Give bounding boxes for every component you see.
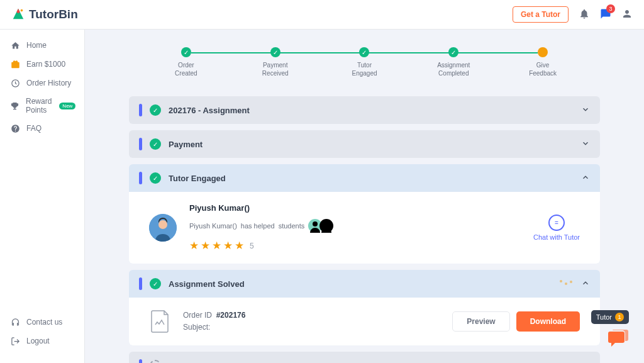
section-body: Piyush Kumar() Piyush Kumar() has helped… — [129, 192, 600, 264]
file-icon — [149, 309, 172, 334]
download-button[interactable]: Download — [516, 311, 580, 332]
step-payment-received: ✓ PaymentReceived — [231, 47, 320, 77]
bell-icon[interactable] — [579, 8, 590, 21]
section-marker — [139, 138, 142, 150]
section-header[interactable]: ✓ 202176 - Assignment — [129, 96, 600, 124]
brand-logo[interactable]: TutorBin — [11, 8, 78, 21]
sidebar-item-label: FAQ — [26, 124, 42, 133]
svg-point-6 — [560, 280, 562, 282]
star-icon: ★ — [212, 239, 221, 252]
sidebar-item-order-history[interactable]: Order History — [0, 74, 84, 92]
section-title: Payment — [169, 140, 574, 149]
svg-point-4 — [313, 221, 318, 226]
star-icon: ★ — [201, 239, 210, 252]
sidebar-item-label: Contact us — [26, 318, 62, 327]
sidebar-item-label: Logout — [26, 337, 50, 345]
chevron-up-icon — [581, 279, 590, 289]
pending-check-icon — [150, 360, 161, 363]
logo-icon — [11, 8, 25, 21]
star-icon: ★ — [223, 239, 233, 252]
chat-bubble-icon: = — [548, 215, 565, 231]
svg-point-7 — [565, 282, 567, 285]
section-header[interactable]: ✓ Payment — [129, 130, 600, 158]
pending-icon — [538, 47, 548, 57]
headset-icon — [10, 317, 20, 327]
chat-launcher-icon[interactable] — [606, 328, 629, 350]
svg-point-5 — [324, 221, 329, 226]
sidebar-item-faq[interactable]: FAQ — [0, 119, 84, 138]
chat-with-tutor-button[interactable]: = Chat with Tutor — [533, 215, 580, 241]
tutor-name: Piyush Kumar() — [189, 203, 521, 213]
section-tutor-engaged: ✓ Tutor Engaged Piyush Kumar() Piyush Ku… — [129, 164, 600, 264]
main-content: ✓ OrderCreated ✓ PaymentReceived ✓ Tutor… — [85, 30, 644, 363]
top-header: TutorBin Get a Tutor 3 — [0, 0, 644, 30]
sidebar-item-reward-points[interactable]: Reward Points New — [0, 92, 84, 119]
svg-point-3 — [158, 220, 167, 229]
header-actions: Get a Tutor 3 — [513, 6, 633, 23]
section-rate-feedback: Rate & Feedback — [129, 352, 600, 363]
section-header[interactable]: ✓ Tutor Engaged — [129, 164, 600, 192]
step-tutor-engaged: ✓ TutorEngaged — [320, 47, 409, 77]
history-icon — [10, 78, 20, 88]
section-title: Tutor Engaged — [169, 174, 574, 183]
tutor-count-badge: 1 — [615, 313, 624, 321]
chat-badge: 3 — [606, 4, 615, 13]
check-icon: ✓ — [181, 47, 191, 57]
sidebar-item-label: Earn $1000 — [26, 60, 65, 69]
sidebar-item-label: Order History — [26, 79, 71, 87]
preview-button[interactable]: Preview — [452, 311, 509, 332]
chat-icon[interactable]: 3 — [600, 8, 611, 21]
sidebar-item-label: Home — [26, 41, 47, 50]
step-order-created: ✓ OrderCreated — [142, 47, 231, 77]
sidebar-item-contact[interactable]: Contact us — [0, 313, 84, 332]
new-badge: New — [59, 103, 75, 109]
section-assignment: ✓ 202176 - Assignment — [129, 96, 600, 124]
sidebar-item-logout[interactable]: Logout — [0, 332, 84, 350]
sidebar-item-label: Reward Points — [26, 97, 52, 114]
section-title: Rate & Feedback — [169, 361, 574, 364]
section-header[interactable]: ✓ Assignment Solved — [129, 270, 600, 298]
get-tutor-button[interactable]: Get a Tutor — [513, 6, 569, 23]
help-icon — [10, 123, 20, 133]
sidebar-item-home[interactable]: Home — [0, 36, 84, 55]
sidebar-item-earn[interactable]: Earn $1000 — [0, 55, 84, 74]
confetti-icon — [558, 279, 574, 289]
rating-count: 5 — [250, 242, 254, 250]
section-marker — [139, 172, 142, 184]
tutor-helped-text: Piyush Kumar() has helped students — [189, 219, 521, 233]
chevron-down-icon — [581, 105, 590, 116]
chevron-down-icon — [581, 139, 590, 150]
check-icon: ✓ — [150, 138, 161, 150]
section-marker — [139, 359, 142, 363]
check-icon: ✓ — [150, 278, 161, 289]
user-icon[interactable] — [621, 8, 633, 21]
floating-chat-widget: Tutor 1 — [591, 310, 629, 350]
order-stepper: ✓ OrderCreated ✓ PaymentReceived ✓ Tutor… — [142, 47, 587, 77]
check-icon: ✓ — [150, 104, 161, 116]
tutor-chat-pill[interactable]: Tutor 1 — [591, 310, 629, 324]
chevron-down-icon — [581, 360, 590, 364]
check-icon: ✓ — [359, 47, 369, 57]
tutor-avatar — [149, 214, 177, 242]
svg-point-0 — [21, 9, 23, 12]
order-meta: Order ID #202176 Subject: — [183, 310, 441, 333]
svg-point-8 — [570, 281, 572, 283]
section-marker — [139, 277, 142, 290]
star-icon: ★ — [235, 239, 244, 252]
step-give-feedback: GiveFeedback — [498, 47, 587, 77]
section-marker — [139, 104, 142, 116]
check-icon: ✓ — [150, 172, 161, 184]
gift-icon — [10, 59, 20, 69]
star-icon: ★ — [189, 239, 199, 252]
logout-icon — [10, 336, 20, 346]
check-icon: ✓ — [270, 47, 280, 57]
section-body: Order ID #202176 Subject: Preview Downlo… — [129, 298, 600, 345]
step-assignment-completed: ✓ AssignmentCompleted — [409, 47, 498, 77]
brand-name: TutorBin — [29, 8, 78, 21]
section-header[interactable]: Rate & Feedback — [129, 352, 600, 363]
chevron-up-icon — [581, 173, 590, 184]
section-payment: ✓ Payment — [129, 130, 600, 158]
check-icon: ✓ — [448, 47, 458, 57]
section-title: Assignment Solved — [169, 279, 551, 289]
home-icon — [10, 40, 20, 50]
